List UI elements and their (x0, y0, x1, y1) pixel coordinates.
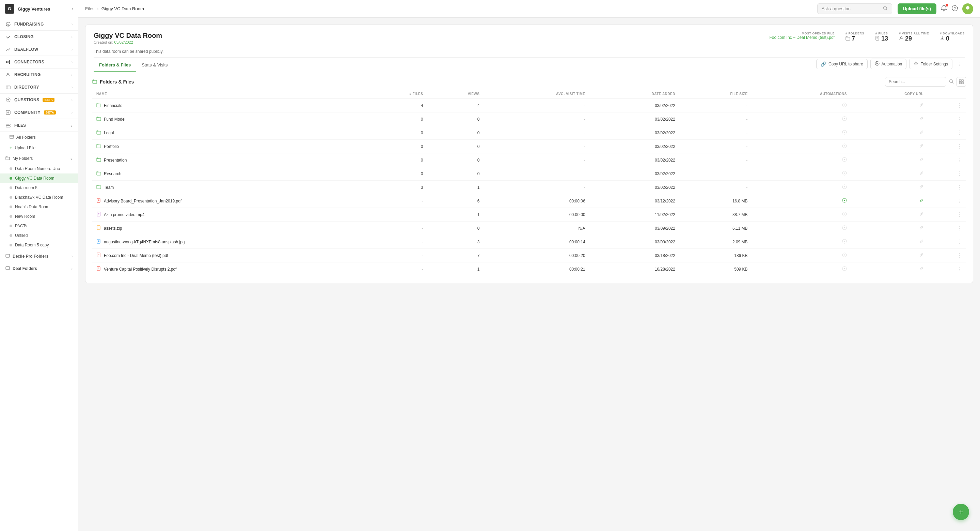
sidebar-item-connectors[interactable]: CONNECTORS › (0, 56, 78, 69)
file-name-cell[interactable]: Legal (92, 126, 365, 140)
file-automation-toggle[interactable] (752, 249, 851, 262)
folder-item-new-room[interactable]: New Room (0, 212, 78, 221)
more-icon[interactable]: ⋮ (956, 266, 962, 272)
more-icon[interactable]: ⋮ (956, 198, 962, 204)
file-more-actions[interactable]: ⋮ (928, 181, 966, 194)
folder-item-noahs[interactable]: Noah's Data Room (0, 202, 78, 212)
file-copy-url-button[interactable] (851, 222, 928, 235)
more-icon[interactable]: ⋮ (956, 252, 962, 258)
file-more-actions[interactable]: ⋮ (928, 194, 966, 208)
file-name-cell[interactable]: Venture Capital Positively Disrupts 2.pd… (92, 262, 365, 276)
file-name-cell[interactable]: Financials (92, 99, 365, 112)
file-name-cell[interactable]: Akin promo video.mp4 (92, 208, 365, 222)
sidebar-item-closing[interactable]: CLOSING › (0, 31, 78, 43)
files-search-input[interactable] (885, 77, 946, 86)
file-more-actions[interactable]: ⋮ (928, 140, 966, 153)
file-automation-toggle[interactable] (752, 194, 851, 208)
file-more-actions[interactable]: ⋮ (928, 235, 966, 249)
deal-folders-item[interactable]: Deal Folders › (0, 262, 78, 275)
upload-files-button[interactable]: Upload file(s) (897, 3, 936, 14)
file-more-actions[interactable]: ⋮ (928, 153, 966, 167)
folder-item-dr5-copy[interactable]: Data Room 5 copy (0, 240, 78, 250)
more-icon[interactable]: ⋮ (956, 157, 962, 163)
file-copy-url-button[interactable] (851, 181, 928, 194)
more-icon[interactable]: ⋮ (956, 103, 962, 108)
file-name-cell[interactable]: Team (92, 181, 365, 194)
file-more-actions[interactable]: ⋮ (928, 112, 966, 126)
file-automation-toggle[interactable] (752, 126, 851, 140)
more-icon[interactable]: ⋮ (956, 239, 962, 245)
folder-item-blackhawk[interactable]: Blackhawk VC Data Room (0, 193, 78, 202)
file-more-actions[interactable]: ⋮ (928, 249, 966, 262)
file-name-cell[interactable]: augustine-wong-kTg4NXEmfs8-unsplash.jpg (92, 235, 365, 249)
all-folders-item[interactable]: All Folders (0, 132, 78, 142)
more-icon[interactable]: ⋮ (956, 116, 962, 122)
file-copy-url-button[interactable] (851, 167, 928, 181)
more-icon[interactable]: ⋮ (956, 212, 962, 217)
file-automation-toggle[interactable] (752, 167, 851, 181)
decile-pro-folders-item[interactable]: Decile Pro Folders › (0, 250, 78, 262)
more-icon[interactable]: ⋮ (956, 130, 962, 136)
file-name-cell[interactable]: Portfolio (92, 140, 365, 153)
sidebar-collapse-button[interactable]: ‹ (72, 6, 73, 12)
upload-file-item[interactable]: + Upload File (0, 142, 78, 153)
file-automation-toggle[interactable] (752, 222, 851, 235)
file-automation-toggle[interactable] (752, 140, 851, 153)
sidebar-item-fundraising[interactable]: $ FUNDRAISING › (0, 18, 78, 31)
file-more-actions[interactable]: ⋮ (928, 167, 966, 181)
file-name-cell[interactable]: Fund Model (92, 112, 365, 126)
file-automation-toggle[interactable] (752, 181, 851, 194)
folder-item-unfiled[interactable]: Unfiled (0, 231, 78, 240)
file-name-cell[interactable]: Foo.com Inc - Deal Memo (test).pdf (92, 249, 365, 262)
sidebar-item-directory[interactable]: DIRECTORY › (0, 81, 78, 94)
user-avatar[interactable] (962, 3, 973, 14)
more-icon[interactable]: ⋮ (956, 225, 962, 231)
file-automation-toggle[interactable] (752, 112, 851, 126)
file-automation-toggle[interactable] (752, 153, 851, 167)
more-icon[interactable]: ⋮ (956, 184, 962, 190)
sidebar-item-questions[interactable]: ? QUESTIONS BETA › (0, 94, 78, 106)
file-name-cell[interactable]: Advisory Board_Presentation_Jan2019.pdf (92, 194, 365, 208)
automation-button[interactable]: Automation (870, 59, 907, 69)
file-name-cell[interactable]: assets.zip (92, 222, 365, 235)
file-automation-toggle[interactable] (752, 99, 851, 112)
file-name-cell[interactable]: Presentation (92, 153, 365, 167)
more-icon[interactable]: ⋮ (956, 171, 962, 177)
file-copy-url-button[interactable] (851, 208, 928, 222)
file-copy-url-button[interactable] (851, 249, 928, 262)
file-copy-url-button[interactable] (851, 153, 928, 167)
file-copy-url-button[interactable] (851, 140, 928, 153)
files-search-icon[interactable] (949, 79, 954, 85)
folder-settings-button[interactable]: Folder Settings (909, 59, 952, 69)
folder-item-data-room-uno[interactable]: Data Room Numero Uno (0, 164, 78, 174)
fab-button[interactable]: + (953, 504, 969, 520)
more-icon[interactable]: ⋮ (956, 144, 962, 149)
most-opened-file[interactable]: Foo.com Inc – Deal Memo (test).pdf (770, 35, 835, 40)
file-copy-url-button[interactable] (851, 235, 928, 249)
copy-url-button[interactable]: 🔗 Copy URL to share (816, 59, 868, 69)
folder-item-pacts[interactable]: PACTs (0, 221, 78, 231)
sidebar-item-recruiting[interactable]: RECRUITING › (0, 69, 78, 81)
file-copy-url-button[interactable] (851, 99, 928, 112)
file-copy-url-button[interactable] (851, 262, 928, 276)
breadcrumb-files[interactable]: Files (85, 6, 94, 11)
tab-stats-visits[interactable]: Stats & Visits (136, 59, 173, 72)
file-automation-toggle[interactable] (752, 262, 851, 276)
more-actions-button[interactable]: ⋮ (955, 59, 965, 69)
file-more-actions[interactable]: ⋮ (928, 222, 966, 235)
file-name-cell[interactable]: Research (92, 167, 365, 181)
search-box[interactable] (817, 3, 892, 14)
file-more-actions[interactable]: ⋮ (928, 126, 966, 140)
help-button[interactable]: ? (951, 5, 958, 13)
notifications-button[interactable] (940, 5, 947, 13)
file-copy-url-button[interactable] (851, 126, 928, 140)
file-copy-url-button[interactable] (851, 194, 928, 208)
my-folders-header[interactable]: My Folders ∨ (0, 153, 78, 164)
file-more-actions[interactable]: ⋮ (928, 208, 966, 222)
file-copy-url-button[interactable] (851, 112, 928, 126)
folder-item-data-room-5[interactable]: Data room 5 (0, 183, 78, 193)
file-automation-toggle[interactable] (752, 208, 851, 222)
tab-folders-files[interactable]: Folders & Files (94, 59, 136, 72)
dataroom-created-date[interactable]: 03/02/2022 (115, 40, 133, 44)
file-more-actions[interactable]: ⋮ (928, 99, 966, 112)
